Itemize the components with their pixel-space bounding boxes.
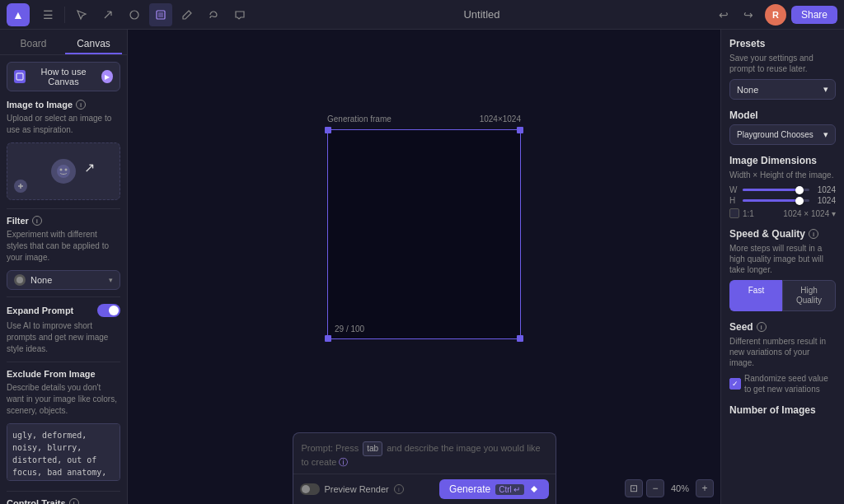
aspect-ratio-value: 1024 × 1024 ▾ [783,209,836,218]
width-slider[interactable] [743,189,809,191]
generation-frame-container: Generation frame 1024×1024 29 / 100 [327,129,521,339]
svg-point-6 [65,169,68,171]
image-to-image-title: Image to Image i [7,100,120,110]
sidebar-toggle-button[interactable]: ☰ [36,3,59,26]
tool-select-button[interactable] [70,3,93,26]
filter-title: Filter i [7,216,120,226]
svg-rect-3 [16,73,23,80]
presets-chevron-icon: ▾ [823,84,828,95]
model-title: Model [729,110,836,121]
exclude-textarea[interactable]: ugly, deformed, noisy, blurry, distorted… [7,423,120,481]
filter-desc: Experiment with different styles that ca… [7,229,120,264]
fast-button[interactable]: Fast [729,280,782,311]
high-quality-button[interactable]: HighQuality [782,280,836,311]
filter-icon [14,274,26,286]
randomize-seed-checkbox[interactable]: ✓ [729,378,741,390]
model-select[interactable]: Playground Chooses ▾ [729,124,836,145]
play-icon: ▶ [101,70,113,83]
tool-arrow-button[interactable] [96,3,120,26]
tool-shape-button[interactable] [123,3,146,26]
corner-br [517,335,523,342]
prompt-prefix: Prompt: Press [302,443,359,453]
tab-board[interactable]: Board [5,35,62,54]
share-button[interactable]: Share [791,6,837,24]
char-count: 29 / 100 [335,324,364,334]
speed-quality-info-icon[interactable]: i [809,229,818,239]
redo-button[interactable]: ↪ [737,3,760,26]
seed-section: Seed i Different numbers result in new v… [729,321,836,394]
zoom-out-button[interactable]: − [646,479,664,497]
right-sidebar: Presets Save your settings and prompt to… [720,30,844,504]
seed-info-icon[interactable]: i [757,322,767,332]
height-slider-fill [743,199,799,202]
image-to-image-info-icon[interactable]: i [76,100,86,110]
height-slider[interactable] [743,199,809,202]
generate-label: Generate [449,483,490,495]
generation-frame[interactable]: 29 / 100 [327,129,521,339]
width-slider-row: W 1024 [729,185,836,194]
tool-canvas-button[interactable] [149,3,172,26]
app-logo[interactable]: ▲ [7,3,30,26]
prompt-panel: Prompt: Press tab and describe the image… [293,432,556,504]
tab-canvas[interactable]: Canvas [65,35,122,54]
presets-section: Presets Save your settings and prompt to… [729,38,836,100]
preview-info-icon[interactable]: i [394,484,404,494]
generate-icon [529,484,539,494]
speed-quality-buttons: Fast HighQuality [729,280,836,311]
randomize-seed-label: Randomize seed value to get new variatio… [744,373,836,394]
tool-brush-button[interactable] [202,3,225,26]
speed-quality-section: Speed & Quality i More steps will result… [729,228,836,311]
image-dimensions-section: Image Dimensions Width × Height of the i… [729,155,836,218]
number-of-images-section: Number of Images [729,404,836,416]
svg-point-7 [16,277,23,283]
aspect-ratio-label: 1:1 [743,209,754,218]
expand-prompt-row: Expand Prompt [7,304,120,317]
frame-dims: 1024×1024 [480,114,521,124]
tool-pen-button[interactable] [176,3,199,26]
aspect-ratio-row: 1:1 1024 × 1024 ▾ [729,208,836,218]
how-to-canvas-button[interactable]: How to use Canvas ▶ [7,62,120,91]
avatar[interactable]: R [765,4,786,26]
svg-point-5 [60,169,63,171]
speed-quality-desc: More steps will result in a high quality… [729,243,836,275]
presets-select[interactable]: None ▾ [729,79,836,100]
svg-point-0 [130,11,138,19]
image-dimensions-desc: Width × Height of the image. [729,170,836,180]
height-label: H [729,196,739,205]
expand-prompt-toggle[interactable] [97,304,120,317]
filter-chevron-icon: ▾ [109,276,113,284]
width-slider-thumb [795,186,804,194]
upload-icon [51,159,76,184]
prompt-input[interactable]: Prompt: Press tab and describe the image… [293,433,556,474]
preview-render-toggle[interactable]: Preview Render i [300,483,404,495]
filter-select[interactable]: None ▾ [7,270,120,290]
generate-button[interactable]: Generate Ctrl ↵ [439,479,548,499]
tool-comment-button[interactable] [228,3,251,26]
zoom-in-button[interactable]: + [696,479,714,497]
randomize-seed-row: ✓ Randomize seed value to get new variat… [729,373,836,394]
frame-label: Generation frame [327,114,392,124]
filter-info-icon[interactable]: i [32,216,42,226]
prompt-info-icon: ⓘ [339,457,348,467]
canvas-area[interactable]: Generation frame 1024×1024 29 / 100 Prom… [128,30,720,504]
preview-render-switch[interactable] [300,483,320,495]
undo-button[interactable]: ↩ [712,3,735,26]
svg-point-4 [57,165,70,178]
left-sidebar: Board Canvas How to use Canvas ▶ Image t… [0,30,128,504]
height-value: 1024 [813,196,836,205]
image-dimensions-title: Image Dimensions [729,155,836,166]
document-title: Untitled [407,8,556,21]
tab-key-tag: tab [363,441,382,456]
prompt-bottom-bar: Preview Render i Generate Ctrl ↵ [293,474,556,504]
image-to-image-desc: Upload or select an image to use as insp… [7,113,120,136]
image-upload-area[interactable]: ↗ [7,142,120,200]
canvas-zoom-controls: ⊡ − 40% + [625,479,714,497]
sidebar-tabs: Board Canvas [0,30,127,55]
filter-selected-value: None [30,275,52,285]
corner-bl [325,335,331,342]
width-slider-fill [743,189,799,191]
aspect-ratio-checkbox[interactable] [729,208,739,218]
svg-rect-2 [158,12,163,17]
control-traits-info-icon[interactable]: i [69,498,79,504]
zoom-fit-button[interactable]: ⊡ [625,479,643,497]
